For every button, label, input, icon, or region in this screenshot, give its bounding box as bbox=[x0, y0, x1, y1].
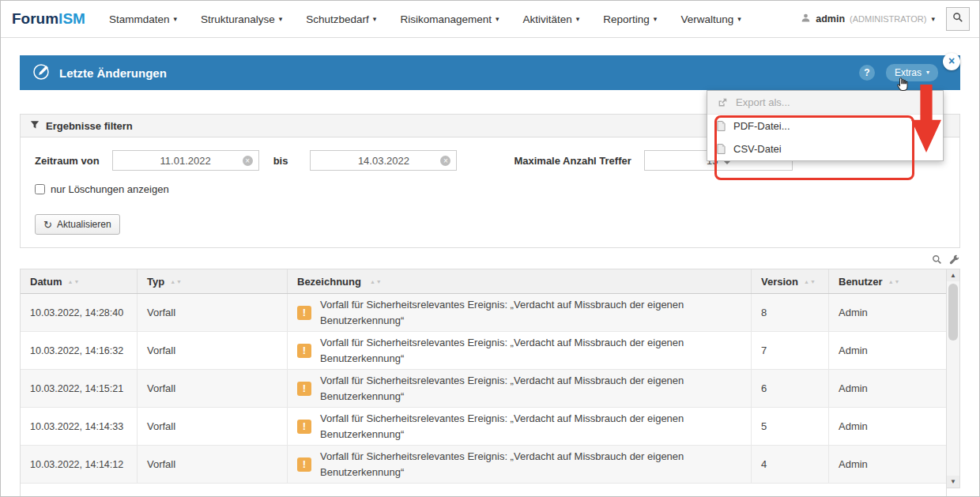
menu-item-csv-file[interactable]: CSV-Datei bbox=[707, 137, 943, 160]
extras-dropdown-menu: Export als... PDF-Datei...CSV-Datei bbox=[707, 90, 944, 161]
nav-item-reporting[interactable]: Reporting▾ bbox=[603, 13, 657, 25]
menu-item-pdf-file[interactable]: PDF-Datei... bbox=[707, 115, 943, 137]
table-row[interactable]: 10.03.2022, 14:14:12Vorfall!Vorfall für … bbox=[21, 446, 946, 484]
column-label: Benutzer bbox=[839, 276, 883, 288]
table-row[interactable]: 10.03.2022, 14:28:40Vorfall!Vorfall für … bbox=[21, 294, 946, 332]
cell-bezeichnung: !Vorfall für Sicherheitsrelevantes Ereig… bbox=[288, 332, 752, 369]
warning-icon: ! bbox=[297, 344, 311, 358]
warning-icon: ! bbox=[297, 306, 311, 320]
vertical-scrollbar[interactable]: ▲ ▼ bbox=[947, 269, 960, 488]
cell-typ: Vorfall bbox=[138, 408, 288, 445]
user-icon bbox=[801, 12, 811, 26]
search-button[interactable] bbox=[946, 7, 970, 31]
nav-item-stammdaten[interactable]: Stammdaten▾ bbox=[109, 13, 177, 25]
sort-icon: ▲▼ bbox=[170, 279, 183, 284]
caret-down-icon: ▾ bbox=[576, 16, 580, 23]
nav-item-label: Schutzbedarf bbox=[306, 13, 369, 25]
cell-datum: 10.03.2022, 14:16:32 bbox=[21, 332, 138, 369]
logo-accent: ISM bbox=[58, 10, 85, 27]
cell-bezeichnung: !Vorfall für Sicherheitsrelevantes Ereig… bbox=[288, 446, 752, 483]
bezeichnung-text: Vorfall für Sicherheitsrelevantes Ereign… bbox=[320, 335, 741, 366]
cell-version: 8 bbox=[752, 294, 829, 331]
scroll-down-icon[interactable]: ▼ bbox=[947, 476, 959, 488]
date-from-input[interactable]: 11.01.2022 × bbox=[112, 150, 259, 171]
deletions-only-label: nur Löschungen anzeigen bbox=[51, 183, 169, 195]
cell-version: 7 bbox=[752, 332, 829, 369]
caret-down-icon: ▾ bbox=[931, 16, 935, 23]
cell-version: 4 bbox=[752, 446, 829, 483]
nav-item-label: Stammdaten bbox=[109, 13, 170, 25]
search-icon bbox=[952, 12, 963, 26]
warning-icon: ! bbox=[297, 382, 311, 396]
scroll-up-icon[interactable]: ▲ bbox=[947, 269, 959, 281]
column-header-bezeichnung[interactable]: Bezeichnung▲▼ bbox=[288, 269, 752, 293]
column-header-datum[interactable]: Datum▲▼ bbox=[21, 269, 138, 293]
nav-item-label: Reporting bbox=[603, 13, 650, 25]
refresh-button[interactable]: ↻ Aktualisieren bbox=[35, 214, 120, 235]
table-row[interactable]: 10.03.2022, 14:15:21Vorfall!Vorfall für … bbox=[21, 370, 946, 408]
pdf-file-icon bbox=[717, 121, 726, 131]
clear-icon[interactable]: × bbox=[243, 156, 253, 166]
main-nav: Stammdaten▾Strukturanalyse▾Schutzbedarf▾… bbox=[109, 13, 741, 25]
user-name: admin bbox=[816, 13, 845, 24]
panel-header: Letzte Änderungen ? Extras ▾ × bbox=[20, 55, 960, 90]
nav-item-risikomanagement[interactable]: Risikomanagement▾ bbox=[400, 13, 499, 25]
date-to-input[interactable]: 14.03.2022 × bbox=[310, 150, 457, 171]
user-menu[interactable]: admin (ADMINISTRATOR) ▾ bbox=[801, 12, 935, 26]
cell-benutzer: Admin bbox=[829, 408, 946, 445]
cell-bezeichnung: !Vorfall für Sicherheitsrelevantes Ereig… bbox=[288, 408, 752, 445]
top-navigation-bar: ForumISM Stammdaten▾Strukturanalyse▾Schu… bbox=[1, 1, 979, 38]
table-search-icon[interactable] bbox=[932, 254, 942, 268]
nav-item-aktivitäten[interactable]: Aktivitäten▾ bbox=[522, 13, 579, 25]
caret-down-icon: ▾ bbox=[279, 16, 283, 23]
nav-item-verwaltung[interactable]: Verwaltung▾ bbox=[680, 13, 741, 25]
cell-typ: Vorfall bbox=[138, 332, 288, 369]
extras-button[interactable]: Extras ▾ bbox=[886, 64, 938, 81]
cell-typ: Vorfall bbox=[138, 446, 288, 483]
help-button[interactable]: ? bbox=[859, 65, 875, 81]
cell-benutzer: Admin bbox=[829, 294, 946, 331]
date-to-value: 14.03.2022 bbox=[358, 155, 409, 167]
user-role: (ADMINISTRATOR) bbox=[850, 14, 926, 24]
scrollbar-thumb[interactable] bbox=[948, 284, 958, 341]
date-to-label: bis bbox=[273, 155, 288, 167]
cell-benutzer: Admin bbox=[829, 332, 946, 369]
cell-datum: 10.03.2022, 14:15:21 bbox=[21, 370, 138, 407]
app-logo[interactable]: ForumISM bbox=[12, 10, 85, 28]
column-label: Datum bbox=[30, 276, 62, 288]
refresh-label: Aktualisieren bbox=[57, 219, 111, 230]
table-settings-wrench-icon[interactable] bbox=[949, 254, 959, 268]
nav-item-strukturanalyse[interactable]: Strukturanalyse▾ bbox=[201, 13, 282, 25]
caret-down-icon: ▾ bbox=[173, 16, 177, 23]
spinner-down-icon[interactable] bbox=[724, 161, 730, 164]
nav-item-label: Strukturanalyse bbox=[201, 13, 275, 25]
cell-datum: 10.03.2022, 14:14:33 bbox=[21, 408, 138, 445]
column-header-benutzer[interactable]: Benutzer▲▼ bbox=[829, 269, 946, 293]
cell-benutzer: Admin bbox=[829, 446, 946, 483]
date-from-label: Zeitraum von bbox=[35, 155, 100, 167]
column-header-version[interactable]: Version▲▼ bbox=[752, 269, 829, 293]
bezeichnung-text: Vorfall für Sicherheitsrelevantes Ereign… bbox=[320, 411, 741, 442]
column-header-typ[interactable]: Typ▲▼ bbox=[138, 269, 288, 293]
warning-icon: ! bbox=[297, 420, 311, 434]
nav-item-label: Risikomanagement bbox=[400, 13, 492, 25]
cell-benutzer: Admin bbox=[829, 370, 946, 407]
extras-menu-items: PDF-Datei...CSV-Datei bbox=[707, 115, 943, 160]
warning-icon: ! bbox=[297, 457, 311, 472]
caret-down-icon: ▾ bbox=[926, 70, 929, 76]
nav-item-schutzbedarf[interactable]: Schutzbedarf▾ bbox=[306, 13, 376, 25]
sort-icon: ▲▼ bbox=[804, 279, 816, 284]
bezeichnung-text: Vorfall für Sicherheitsrelevantes Ereign… bbox=[320, 297, 741, 328]
close-panel-button[interactable]: × bbox=[943, 53, 960, 70]
refresh-icon: ↻ bbox=[43, 220, 52, 230]
clear-icon[interactable]: × bbox=[440, 156, 450, 166]
sort-icon: ▲▼ bbox=[888, 279, 901, 284]
table-row[interactable]: 10.03.2022, 14:14:33Vorfall!Vorfall für … bbox=[21, 408, 946, 446]
menu-header-label: Export als... bbox=[736, 96, 790, 108]
menu-header-export-als: Export als... bbox=[707, 91, 943, 115]
deletions-only-checkbox[interactable] bbox=[35, 184, 45, 194]
edit-pencil-icon bbox=[32, 62, 51, 84]
cell-bezeichnung: !Vorfall für Sicherheitsrelevantes Ereig… bbox=[288, 370, 752, 407]
extras-label: Extras bbox=[895, 67, 922, 78]
table-row[interactable]: 10.03.2022, 14:16:32Vorfall!Vorfall für … bbox=[21, 332, 946, 370]
